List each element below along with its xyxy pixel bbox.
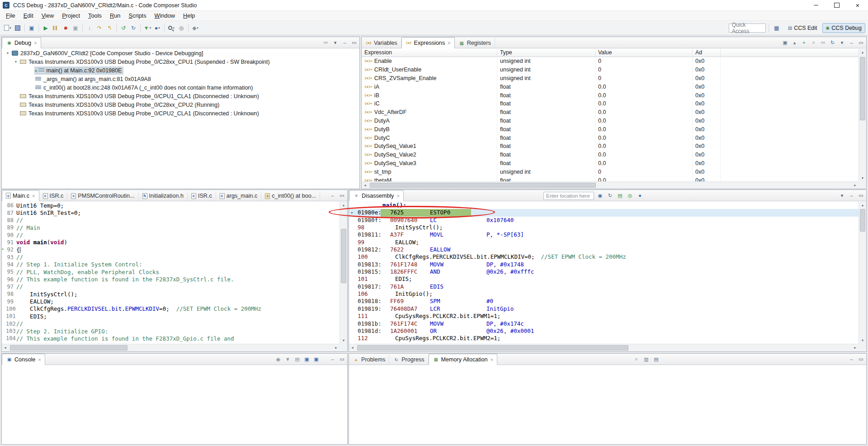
menu-edit[interactable]: Edit [19, 11, 38, 20]
tree-item[interactable]: Texas Instruments XDS100v3 USB Debug Pro… [19, 92, 261, 100]
remove-all-terminated-icon[interactable]: ×× [321, 38, 330, 47]
column-header-value[interactable]: Value [595, 49, 693, 57]
tab-variables[interactable]: Variables [362, 38, 401, 48]
open-perspective-icon[interactable]: ▦ [772, 23, 782, 33]
memory-allocation-content[interactable] [349, 365, 866, 444]
editor-annotation-margin[interactable] [2, 335, 6, 342]
editor-annotation-margin[interactable] [2, 290, 6, 298]
show-console-icon[interactable]: ▣ [27, 23, 37, 33]
tab-expressions[interactable]: Expressions× [401, 37, 455, 48]
expression-row[interactable]: (x)=DutyCfloat0.00x0 [362, 133, 859, 142]
debug-tree-row[interactable]: c_int00() at boot28.inc:248 0x01A67A (_c… [2, 83, 359, 92]
menu-window[interactable]: Window [151, 11, 179, 20]
code-line[interactable]: 86Uint16 Temp=0; [2, 202, 340, 209]
quick-access-field[interactable]: Quick Access [729, 24, 766, 33]
code-line[interactable]: 98 InitSysCtrl(); [2, 290, 340, 298]
remove-all-expressions-icon[interactable]: ×× [818, 38, 827, 47]
debug-tree-row[interactable]: _args_main() at args_main.c:81 0x01A9A8 [2, 75, 359, 83]
editor-annotation-margin[interactable] [2, 224, 6, 231]
disassembly-instruction[interactable]: 019819:76408DA7LCRInitGpio [349, 305, 859, 313]
menu-file[interactable]: File [2, 11, 19, 20]
disassembly-listing[interactable]: main():▸01980e:7625ESTOP001980f:00907640… [349, 202, 859, 344]
disassembly-source-line[interactable]: 112CpuSysRegs.PCLKCR2.bit.EPWM2=1; [349, 335, 859, 342]
vertical-scrollbar[interactable]: ▲ ▼ [859, 49, 866, 181]
disassembly-instruction[interactable]: 019818:FF69SPM#0 [349, 298, 859, 305]
minimize-icon[interactable]: – [847, 191, 855, 200]
disassembly-instruction[interactable]: 019813:761F1748MOVWDP, #0x1748 [349, 261, 859, 268]
close-icon[interactable]: × [34, 40, 37, 46]
expression-row[interactable]: (x)=DutyAfloat0.00x0 [362, 117, 859, 125]
code-line[interactable]: 87Uint16 SnIR_Test=0; [2, 209, 340, 216]
code-line[interactable]: 103// Step 2. Initialize GPIO: [2, 327, 340, 335]
clear-console-icon[interactable]: ▤ [292, 355, 301, 364]
expression-row[interactable]: (x)=DutyBfloat0.00x0 [362, 125, 859, 133]
scroll-down-icon[interactable]: ▼ [340, 337, 347, 344]
new-file-icon[interactable]: ▾ [3, 23, 13, 33]
editor-annotation-margin[interactable] [2, 275, 6, 283]
expression-row[interactable]: (x)=st_tmpunsigned int00x0 [362, 167, 859, 176]
horizontal-scrollbar[interactable]: ◄ ► [2, 344, 340, 351]
menu-run[interactable]: Run [106, 11, 124, 20]
menu-help[interactable]: Help [179, 11, 199, 20]
debug-tree-row[interactable]: Texas Instruments XDS100v3 USB Debug Pro… [2, 109, 359, 118]
location-input[interactable] [543, 192, 594, 200]
expression-row[interactable]: (x)=DutySeq_Value2float0.00x0 [362, 151, 859, 159]
scroll-left-icon[interactable]: ◄ [349, 344, 356, 351]
terminate-icon[interactable]: ■ [61, 23, 71, 33]
disassembly-instruction[interactable]: 01981b:761F174CMOVWDP, #0x174c [349, 320, 859, 327]
code-line[interactable]: 102// [2, 320, 340, 327]
disassembly-source-line[interactable]: 100ClkCfgRegs.PERCLKDIVSEL.bit.EPWMCLKDI… [349, 253, 859, 261]
maximize-icon[interactable]: ▭ [856, 191, 865, 200]
minimize-icon[interactable]: – [847, 38, 855, 47]
code-line[interactable]: 96// This example function is found in t… [2, 275, 340, 283]
editor-annotation-margin[interactable] [2, 327, 6, 335]
tab-debug[interactable]: Debug× [2, 37, 41, 48]
scroll-down-icon[interactable]: ▼ [859, 337, 866, 344]
maximize-icon[interactable]: ▭ [856, 355, 865, 364]
editor-annotation-margin[interactable] [2, 283, 6, 290]
menu-project[interactable]: Project [58, 11, 84, 20]
code-line[interactable]: 99 EALLOW; [2, 298, 340, 305]
editor-annotation-margin[interactable] [2, 253, 6, 261]
display-console-icon[interactable]: ▣ [302, 355, 311, 364]
suspend-icon[interactable]: ▌▌ [51, 23, 61, 33]
horizontal-scrollbar[interactable]: ◄ ► [362, 181, 859, 189]
close-icon[interactable]: × [491, 357, 493, 362]
menu-scripts[interactable]: Scripts [124, 11, 150, 20]
tree-expander-icon[interactable]: ▾ [13, 60, 19, 64]
pin-console-icon[interactable]: ◉ [274, 355, 282, 364]
editor-annotation-margin[interactable] [2, 209, 6, 216]
code-line[interactable]: 100 ClkCfgRegs.PERCLKDIVSEL.bit.EPWMCLKD… [2, 305, 340, 313]
scroll-right-icon[interactable]: ► [333, 344, 340, 351]
maximize-icon[interactable]: ▭ [349, 38, 358, 47]
scroll-up-icon[interactable]: ▲ [340, 202, 347, 209]
code-line[interactable]: 93// [2, 253, 340, 261]
scroll-right-icon[interactable]: ► [852, 182, 859, 189]
expression-row[interactable]: (x)=iAfloat0.00x0 [362, 82, 859, 91]
code-line[interactable]: 88// [2, 217, 340, 224]
tree-expander-icon[interactable]: ▾ [5, 51, 11, 55]
editor-annotation-margin[interactable] [2, 202, 6, 209]
open-console-icon[interactable]: ▣ [311, 355, 320, 364]
window-maximize-button[interactable] [826, 0, 847, 10]
disassembly-source-line[interactable]: 101EDIS; [349, 275, 859, 283]
expression-row[interactable]: (x)=CRIdt_UserEnableunsigned int00x0 [362, 66, 859, 74]
disassembly-instruction[interactable]: 019812:7622EALLOW [349, 246, 859, 253]
save-icon[interactable] [13, 23, 23, 33]
step-over-icon[interactable]: ↷ [94, 23, 104, 33]
expression-row[interactable]: (x)=CRS_ZVSample_Enableunsigned int00x0 [362, 74, 859, 83]
tab-isr-c[interactable]: ISR.c [39, 191, 68, 201]
minimize-icon[interactable]: – [340, 38, 349, 47]
tree-item[interactable]: Texas Instruments XDS100v3 USB Debug Pro… [19, 109, 261, 118]
perspective-ccs-edit[interactable]: CCS Edit [784, 23, 821, 33]
tree-item[interactable]: Texas Instruments XDS100v3 USB Debug Pro… [19, 58, 272, 66]
scroll-left-icon[interactable]: ◄ [2, 344, 9, 351]
disassembly-instruction[interactable]: 019811:A37FMOVLP, *-SP[63] [349, 231, 859, 238]
column-header-ad[interactable]: Ad [693, 49, 721, 57]
layout-icon[interactable]: ▤ [651, 355, 660, 364]
scrollbar-thumb[interactable] [357, 345, 628, 351]
expression-row[interactable]: (x)=iCfloat0.00x0 [362, 100, 859, 108]
tree-item[interactable]: _args_main() at args_main.c:81 0x01A9A8 [34, 75, 153, 83]
code-editor[interactable]: 86Uint16 Temp=0;87Uint16 SnIR_Test=0;88/… [2, 202, 340, 344]
tree-item[interactable]: 2837xD_GaN600V_CRIdt2 [Code Composer Stu… [11, 49, 205, 57]
